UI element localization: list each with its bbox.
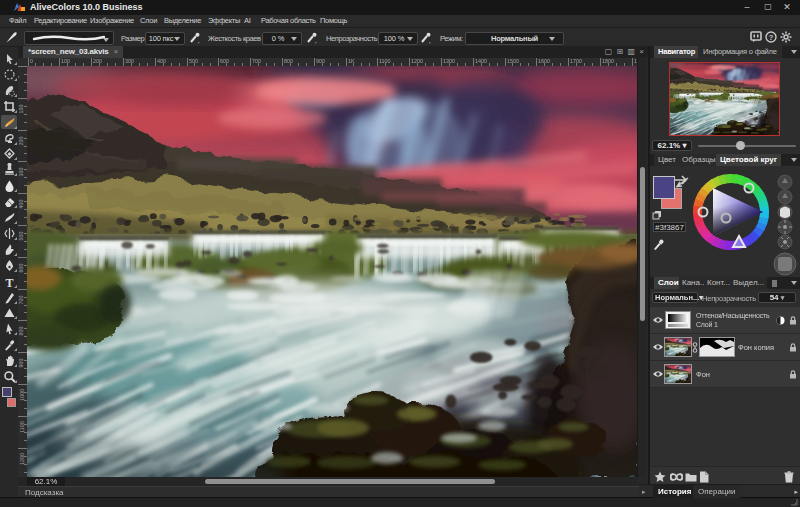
svg-text:?: ? (769, 33, 774, 42)
svg-text:T: T (5, 275, 13, 288)
